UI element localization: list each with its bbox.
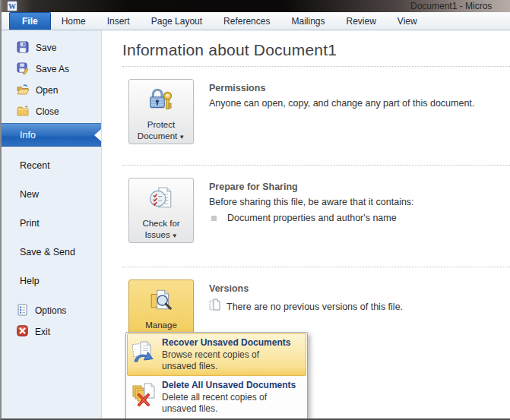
section-text: Permissions Anyone can open, copy, and c… (209, 79, 474, 158)
issue-item: Document properties and author's name (211, 213, 414, 223)
sidebar-item-new[interactable]: New (2, 180, 101, 209)
section-title: Versions (209, 283, 403, 294)
protect-document-button[interactable]: Protect Document▼ (128, 79, 194, 144)
no-versions-icon (209, 298, 220, 314)
menu-item-text: Recover Unsaved Documents Browse recent … (162, 337, 290, 372)
sidebar-item-label: Save (36, 43, 56, 53)
divider (122, 267, 510, 267)
menu-item-title: Recover Unsaved Documents (162, 337, 290, 348)
options-icon (17, 304, 28, 318)
sidebar-item-open[interactable]: Open (2, 80, 101, 101)
sidebar-item-label: Exit (35, 327, 50, 337)
tab-mailings[interactable]: Mailings (280, 12, 335, 30)
sidebar-item-label: Options (35, 305, 66, 316)
tab-file[interactable]: File (9, 12, 51, 30)
sidebar-item-label: Help (20, 276, 40, 286)
sidebar-item-label: Save As (36, 64, 69, 74)
save-icon (17, 41, 29, 55)
exit-icon (17, 325, 28, 339)
square-bullet-icon (211, 216, 217, 221)
versions-magnifier-icon (148, 287, 174, 316)
menu-item-recover-unsaved-documents[interactable]: Recover Unsaved Documents Browse recent … (127, 333, 306, 376)
section-permissions: Protect Document▼ Permissions Anyone can… (122, 79, 510, 158)
sidebar-item-close[interactable]: Close (2, 101, 101, 122)
menu-item-description: Browse recent copies of unsaved files. (162, 349, 284, 372)
section-title: Permissions (209, 83, 474, 93)
issue-text: Document properties and author's name (227, 213, 397, 223)
dropdown-arrow-icon: ▼ (172, 232, 178, 239)
sidebar-item-label: Save & Send (20, 247, 75, 257)
sidebar-item-save-as[interactable]: Save As (2, 58, 101, 80)
tab-review[interactable]: Review (335, 12, 386, 30)
versions-note: There are no previous versions of this f… (209, 298, 403, 314)
recover-document-icon (131, 337, 162, 372)
sidebar-item-label: Recent (20, 160, 50, 171)
sidebar-item-info[interactable]: Info (2, 123, 101, 147)
manage-versions-menu: Recover Unsaved Documents Browse recent … (125, 332, 308, 420)
menu-item-text: Delete All Unsaved Documents Delete all … (162, 380, 296, 415)
lock-key-icon (148, 87, 174, 115)
sidebar-item-print[interactable]: Print (2, 209, 101, 238)
close-folder-icon (17, 105, 29, 119)
versions-note-text: There are no previous versions of this f… (226, 302, 403, 312)
button-label: Check for Issues▼ (135, 218, 188, 241)
sidebar-item-save-and-send[interactable]: Save & Send (2, 238, 101, 267)
button-label: Protect Document▼ (135, 119, 188, 142)
menu-item-description: Delete all recent copies of unsaved file… (162, 392, 284, 415)
tab-page-layout[interactable]: Page Layout (141, 12, 213, 30)
sidebar-item-label: Print (20, 218, 40, 229)
save-as-icon (17, 62, 29, 77)
sidebar-item-label: Open (36, 85, 58, 96)
tab-view[interactable]: View (387, 12, 428, 30)
delete-documents-icon (131, 380, 162, 415)
check-for-issues-button[interactable]: Check for Issues▼ (128, 178, 194, 243)
sidebar-item-options[interactable]: Options (2, 300, 101, 321)
backstage-sidebar: Save Save As Open Close Info Recent New … (2, 30, 102, 418)
menu-item-title: Delete All Unsaved Documents (162, 380, 296, 390)
section-title: Prepare for Sharing (209, 182, 414, 192)
word-app-icon: W (7, 1, 17, 11)
inspect-document-icon (148, 185, 174, 214)
open-folder-icon (17, 84, 29, 98)
dropdown-arrow-icon: ▼ (179, 134, 185, 141)
sidebar-item-help[interactable]: Help (2, 267, 101, 295)
sidebar-item-label: New (20, 189, 39, 200)
page-title: Information about Document1 (122, 41, 510, 59)
window-title: Document1 - Micros (410, 1, 492, 11)
section-description: Anyone can open, copy, and change any pa… (209, 98, 474, 109)
sidebar-item-label: Info (20, 130, 36, 141)
divider (122, 165, 510, 166)
tab-home[interactable]: Home (51, 12, 97, 30)
tab-insert[interactable]: Insert (97, 12, 141, 30)
sidebar-item-exit[interactable]: Exit (2, 321, 101, 343)
section-description: Before sharing this file, be aware that … (209, 197, 414, 207)
title-bar: W Document1 - Micros (2, 0, 510, 12)
menu-item-delete-all-unsaved-documents[interactable]: Delete All Unsaved Documents Delete all … (127, 376, 306, 418)
selected-arrow-icon (94, 129, 101, 141)
divider (122, 66, 510, 67)
sidebar-item-label: Close (36, 106, 59, 117)
section-prepare-for-sharing: Check for Issues▼ Prepare for Sharing Be… (122, 178, 510, 260)
sidebar-item-save[interactable]: Save (2, 37, 101, 58)
section-text: Prepare for Sharing Before sharing this … (209, 178, 414, 260)
ribbon-tab-bar: File Home Insert Page Layout References … (2, 12, 510, 30)
tab-references[interactable]: References (213, 12, 280, 30)
sidebar-item-recent[interactable]: Recent (2, 151, 101, 180)
